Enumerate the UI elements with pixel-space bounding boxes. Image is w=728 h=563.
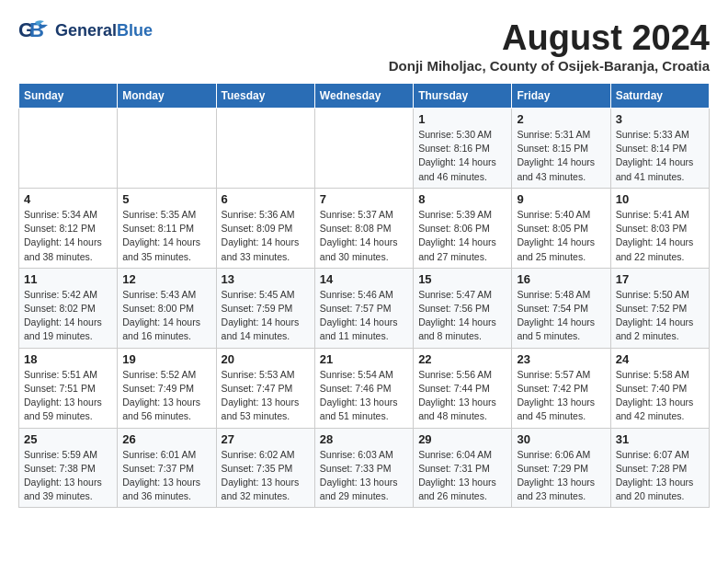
calendar-cell: 19Sunrise: 5:52 AM Sunset: 7:49 PM Dayli… (118, 348, 216, 428)
day-number: 19 (122, 352, 210, 366)
weekday-header-thursday: Thursday (414, 84, 512, 109)
day-detail: Sunrise: 5:58 AM Sunset: 7:40 PM Dayligh… (616, 368, 704, 424)
day-number: 2 (517, 112, 605, 126)
day-detail: Sunrise: 5:48 AM Sunset: 7:54 PM Dayligh… (517, 288, 605, 344)
day-number: 31 (616, 432, 704, 446)
day-detail: Sunrise: 5:50 AM Sunset: 7:52 PM Dayligh… (616, 288, 704, 344)
calendar-cell: 17Sunrise: 5:50 AM Sunset: 7:52 PM Dayli… (610, 268, 709, 348)
logo-icon: G B (18, 18, 51, 44)
weekday-header-friday: Friday (512, 84, 610, 109)
day-detail: Sunrise: 5:31 AM Sunset: 8:15 PM Dayligh… (517, 128, 605, 184)
logo-text: GeneralBlue (55, 22, 153, 40)
day-number: 8 (418, 192, 506, 206)
day-number: 11 (24, 272, 112, 286)
calendar-cell (118, 109, 216, 189)
day-number: 12 (122, 272, 210, 286)
day-number: 22 (418, 352, 506, 366)
day-number: 10 (616, 192, 704, 206)
day-number: 27 (222, 432, 310, 446)
day-detail: Sunrise: 5:36 AM Sunset: 8:09 PM Dayligh… (222, 208, 310, 264)
day-number: 4 (24, 192, 112, 206)
calendar-cell: 2Sunrise: 5:31 AM Sunset: 8:15 PM Daylig… (512, 109, 610, 189)
day-detail: Sunrise: 5:30 AM Sunset: 8:16 PM Dayligh… (418, 128, 506, 184)
day-detail: Sunrise: 5:39 AM Sunset: 8:06 PM Dayligh… (418, 208, 506, 264)
day-detail: Sunrise: 5:40 AM Sunset: 8:05 PM Dayligh… (517, 208, 605, 264)
day-number: 30 (517, 432, 605, 446)
calendar-cell: 3Sunrise: 5:33 AM Sunset: 8:14 PM Daylig… (610, 109, 709, 189)
day-number: 5 (122, 192, 210, 206)
day-number: 23 (517, 352, 605, 366)
weekday-header-sunday: Sunday (19, 84, 118, 109)
calendar-week-2: 4Sunrise: 5:34 AM Sunset: 8:12 PM Daylig… (19, 188, 710, 268)
day-detail: Sunrise: 5:59 AM Sunset: 7:38 PM Dayligh… (24, 448, 112, 504)
calendar-cell: 21Sunrise: 5:54 AM Sunset: 7:46 PM Dayli… (314, 348, 413, 428)
day-number: 15 (418, 272, 506, 286)
day-detail: Sunrise: 6:02 AM Sunset: 7:35 PM Dayligh… (222, 448, 310, 504)
calendar-cell: 1Sunrise: 5:30 AM Sunset: 8:16 PM Daylig… (414, 109, 512, 189)
calendar-cell: 31Sunrise: 6:07 AM Sunset: 7:28 PM Dayli… (610, 428, 709, 508)
calendar-cell: 7Sunrise: 5:37 AM Sunset: 8:08 PM Daylig… (314, 188, 413, 268)
calendar-week-4: 18Sunrise: 5:51 AM Sunset: 7:51 PM Dayli… (19, 348, 710, 428)
weekday-header-monday: Monday (118, 84, 216, 109)
day-detail: Sunrise: 5:53 AM Sunset: 7:47 PM Dayligh… (222, 368, 310, 424)
day-number: 9 (517, 192, 605, 206)
calendar-cell: 29Sunrise: 6:04 AM Sunset: 7:31 PM Dayli… (414, 428, 512, 508)
day-detail: Sunrise: 5:47 AM Sunset: 7:56 PM Dayligh… (418, 288, 506, 344)
day-number: 14 (320, 272, 408, 286)
calendar-cell (216, 109, 314, 189)
calendar-cell: 12Sunrise: 5:43 AM Sunset: 8:00 PM Dayli… (118, 268, 216, 348)
day-number: 13 (222, 272, 310, 286)
calendar-week-1: 1Sunrise: 5:30 AM Sunset: 8:16 PM Daylig… (19, 109, 710, 189)
weekday-header-saturday: Saturday (610, 84, 709, 109)
calendar-cell: 4Sunrise: 5:34 AM Sunset: 8:12 PM Daylig… (19, 188, 118, 268)
day-detail: Sunrise: 5:37 AM Sunset: 8:08 PM Dayligh… (320, 208, 408, 264)
calendar-week-5: 25Sunrise: 5:59 AM Sunset: 7:38 PM Dayli… (19, 428, 710, 508)
day-detail: Sunrise: 5:54 AM Sunset: 7:46 PM Dayligh… (320, 368, 408, 424)
calendar-cell: 23Sunrise: 5:57 AM Sunset: 7:42 PM Dayli… (512, 348, 610, 428)
weekday-header-tuesday: Tuesday (216, 84, 314, 109)
day-detail: Sunrise: 5:43 AM Sunset: 8:00 PM Dayligh… (122, 288, 210, 344)
day-number: 7 (320, 192, 408, 206)
day-detail: Sunrise: 5:51 AM Sunset: 7:51 PM Dayligh… (24, 368, 112, 424)
logo: G B GeneralBlue (18, 18, 153, 44)
calendar-cell: 6Sunrise: 5:36 AM Sunset: 8:09 PM Daylig… (216, 188, 314, 268)
day-number: 28 (320, 432, 408, 446)
calendar-table: SundayMondayTuesdayWednesdayThursdayFrid… (18, 83, 710, 508)
day-detail: Sunrise: 6:01 AM Sunset: 7:37 PM Dayligh… (122, 448, 210, 504)
calendar-cell: 20Sunrise: 5:53 AM Sunset: 7:47 PM Dayli… (216, 348, 314, 428)
day-number: 25 (24, 432, 112, 446)
day-number: 1 (418, 112, 506, 126)
calendar-cell: 28Sunrise: 6:03 AM Sunset: 7:33 PM Dayli… (314, 428, 413, 508)
calendar-cell: 10Sunrise: 5:41 AM Sunset: 8:03 PM Dayli… (610, 188, 709, 268)
page-header: G B GeneralBlue August 2024 Donji Miholj… (18, 18, 710, 74)
day-detail: Sunrise: 6:07 AM Sunset: 7:28 PM Dayligh… (616, 448, 704, 504)
day-detail: Sunrise: 6:03 AM Sunset: 7:33 PM Dayligh… (320, 448, 408, 504)
day-detail: Sunrise: 5:45 AM Sunset: 7:59 PM Dayligh… (222, 288, 310, 344)
calendar-cell: 30Sunrise: 6:06 AM Sunset: 7:29 PM Dayli… (512, 428, 610, 508)
calendar-cell: 15Sunrise: 5:47 AM Sunset: 7:56 PM Dayli… (414, 268, 512, 348)
calendar-week-3: 11Sunrise: 5:42 AM Sunset: 8:02 PM Dayli… (19, 268, 710, 348)
day-detail: Sunrise: 5:33 AM Sunset: 8:14 PM Dayligh… (616, 128, 704, 184)
day-number: 6 (222, 192, 310, 206)
location-title: Donji Miholjac, County of Osijek-Baranja… (389, 58, 710, 74)
day-number: 20 (222, 352, 310, 366)
calendar-cell: 24Sunrise: 5:58 AM Sunset: 7:40 PM Dayli… (610, 348, 709, 428)
calendar-cell: 8Sunrise: 5:39 AM Sunset: 8:06 PM Daylig… (414, 188, 512, 268)
day-number: 21 (320, 352, 408, 366)
day-detail: Sunrise: 5:41 AM Sunset: 8:03 PM Dayligh… (616, 208, 704, 264)
calendar-cell (314, 109, 413, 189)
day-number: 16 (517, 272, 605, 286)
weekday-header-wednesday: Wednesday (314, 84, 413, 109)
day-detail: Sunrise: 5:56 AM Sunset: 7:44 PM Dayligh… (418, 368, 506, 424)
calendar-cell: 9Sunrise: 5:40 AM Sunset: 8:05 PM Daylig… (512, 188, 610, 268)
title-block: August 2024 Donji Miholjac, County of Os… (389, 18, 710, 74)
day-detail: Sunrise: 5:34 AM Sunset: 8:12 PM Dayligh… (24, 208, 112, 264)
calendar-cell: 14Sunrise: 5:46 AM Sunset: 7:57 PM Dayli… (314, 268, 413, 348)
day-detail: Sunrise: 5:57 AM Sunset: 7:42 PM Dayligh… (517, 368, 605, 424)
calendar-cell: 18Sunrise: 5:51 AM Sunset: 7:51 PM Dayli… (19, 348, 118, 428)
day-detail: Sunrise: 5:52 AM Sunset: 7:49 PM Dayligh… (122, 368, 210, 424)
calendar-cell: 27Sunrise: 6:02 AM Sunset: 7:35 PM Dayli… (216, 428, 314, 508)
month-title: August 2024 (389, 18, 710, 58)
day-number: 29 (418, 432, 506, 446)
day-number: 3 (616, 112, 704, 126)
